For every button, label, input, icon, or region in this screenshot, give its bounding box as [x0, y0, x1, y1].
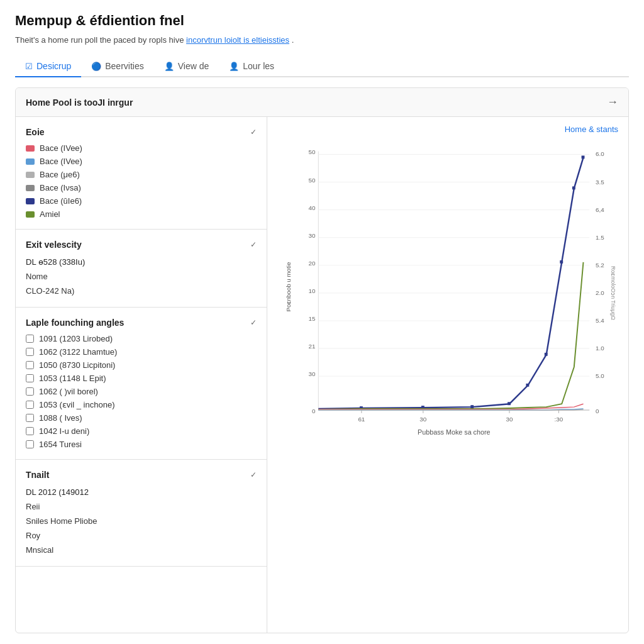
launch-angle-label-5: 1053 (ɛvil _ inchone) — [39, 400, 114, 409]
legend-color-2 — [26, 172, 35, 178]
page-subtitle: Theit's a home run poll the paced by rop… — [15, 35, 629, 45]
launch-angle-label-8: 1654 Turesi — [39, 440, 82, 449]
launch-angle-4[interactable]: 1062 ( )vil borel) — [26, 387, 257, 396]
tnailt-option-3: Roy — [26, 530, 257, 541]
exit-velocity-header[interactable]: Exit velescity ✓ — [26, 240, 257, 250]
panel-header-arrow[interactable]: → — [607, 96, 618, 109]
launch-angle-checkbox-2[interactable] — [26, 361, 34, 369]
checkbox-icon: ☑ — [25, 62, 33, 71]
legend-item-3: Bace (Iνsa) — [26, 183, 257, 192]
svg-text:20: 20 — [308, 260, 315, 267]
launch-angle-0[interactable]: 1091 (1203 Lirobed) — [26, 334, 257, 343]
svg-text:30: 30 — [308, 370, 315, 377]
launch-angle-checkbox-8[interactable] — [26, 440, 34, 448]
launch-angle-label-7: 1042 I-u deni) — [39, 426, 89, 436]
svg-text:0: 0 — [312, 408, 316, 414]
launch-angle-checkbox-5[interactable] — [26, 401, 34, 409]
subtitle-end: . — [292, 35, 294, 45]
svg-text:0: 0 — [596, 408, 599, 414]
info-icon: 🔵 — [91, 62, 101, 71]
role-filter-chevron: ✓ — [250, 128, 257, 136]
tab-view-de[interactable]: 👤 View de — [154, 56, 219, 77]
launch-angle-label-0: 1091 (1203 Lirobed) — [39, 334, 113, 343]
tab-lour-les[interactable]: 👤 Lour les — [219, 56, 284, 77]
user-icon-2: 👤 — [229, 62, 239, 71]
launch-angle-5[interactable]: 1053 (ɛvil _ inchone) — [26, 400, 257, 409]
legend-label-4: Bace (ūIe6) — [40, 196, 82, 206]
launch-angle-3[interactable]: 1053 (1148 L Epit) — [26, 374, 257, 383]
tab-beervities[interactable]: 🔵 Beervities — [81, 56, 153, 77]
tnailt-chevron: ✓ — [250, 470, 257, 479]
launch-angle-checkbox-6[interactable] — [26, 414, 34, 422]
panel-header: Home Pool is tooJI inrgur → — [16, 88, 628, 117]
launch-angle-label-6: 1088 ( Ives) — [39, 413, 82, 423]
page-container: Mempup & éfdiention fnel Theit's a home … — [0, 0, 644, 644]
launch-angle-checkbox-1[interactable] — [26, 348, 34, 356]
svg-text:50: 50 — [308, 148, 315, 155]
svg-text:RoɛmoloOɔn TriuμgΩ: RoɛmoloOɔn TriuμgΩ — [610, 266, 616, 320]
launch-angle-checkbox-0[interactable] — [26, 335, 34, 343]
svg-text:21: 21 — [308, 343, 315, 350]
tnailt-section: Tnailt ✓ DL 2012 (149012 Reii Sniles Hom… — [16, 460, 267, 567]
role-filter-title: Eoie — [26, 127, 45, 137]
svg-text:Poɛnboob u motie: Poɛnboob u motie — [285, 262, 292, 312]
legend-item-4: Bace (ūIe6) — [26, 196, 257, 206]
subtitle-link[interactable]: incorvtrun loiolt is eltieissties — [186, 35, 289, 45]
launch-angles-title: Laple founching angles — [26, 318, 124, 328]
svg-text:40: 40 — [308, 204, 315, 211]
svg-text:6.0: 6.0 — [596, 150, 604, 157]
launch-angle-label-3: 1053 (1148 L Epit) — [39, 374, 106, 383]
launch-angle-2[interactable]: 1050 (8730 Licpitoni) — [26, 360, 257, 370]
exit-options: DL ɵ528 (338Iu) Nome CLO-242 Na) — [26, 256, 257, 297]
tab-beervities-label: Beervities — [105, 61, 143, 71]
legend-label-0: Bace (IVee) — [40, 143, 82, 153]
launch-angle-checkbox-7[interactable] — [26, 427, 34, 435]
tnailt-options: DL 2012 (149012 Reii Sniles Home Pliobe … — [26, 486, 257, 556]
chart-svg: 50 50 40 30 20 10 15 21 30 0 — [277, 139, 618, 441]
panel-header-title: Home Pool is tooJI inrgur — [26, 97, 133, 108]
tnailt-header[interactable]: Tnailt ✓ — [26, 470, 257, 480]
exit-velocity-section: Exit velescity ✓ DL ɵ528 (338Iu) Nome CL… — [16, 230, 267, 308]
svg-rect-48 — [560, 260, 563, 264]
legend-color-4 — [26, 198, 35, 204]
role-filter-section: Eoie ✓ Bace (IVee) Bace (IVee) — [16, 117, 267, 230]
legend-color-0 — [26, 145, 35, 152]
svg-text:1.0: 1.0 — [596, 345, 604, 352]
launch-angles-chevron: ✓ — [250, 318, 257, 327]
exit-option-1: Nome — [26, 270, 257, 282]
page-title: Mempup & éfdiention fnel — [15, 13, 629, 29]
launch-angle-6[interactable]: 1088 ( Ives) — [26, 413, 257, 423]
tab-desicrup[interactable]: ☑ Desicrup — [15, 56, 81, 77]
legend-label-2: Bace (μe6) — [40, 170, 80, 179]
legend-color-1 — [26, 158, 35, 165]
chart-wrapper: 50 50 40 30 20 10 15 21 30 0 — [277, 139, 618, 441]
svg-rect-50 — [582, 155, 585, 158]
launch-angle-label-1: 1062 (3122 Lhamtue) — [39, 347, 117, 357]
role-filter-header[interactable]: Eoie ✓ — [26, 127, 257, 137]
legend-item-2: Bace (μe6) — [26, 170, 257, 179]
content-panel: Home Pool is tooJI inrgur → Eoie ✓ Bace … — [15, 87, 629, 633]
svg-text:5.4: 5.4 — [596, 317, 604, 324]
launch-angle-checkbox-3[interactable] — [26, 374, 34, 382]
legend-color-3 — [26, 185, 35, 191]
svg-text:30: 30 — [308, 232, 315, 239]
svg-rect-45 — [508, 402, 511, 405]
svg-text:6,4: 6,4 — [596, 206, 604, 213]
tab-desicrup-label: Desicrup — [36, 61, 71, 71]
legend-item-0: Bace (IVee) — [26, 143, 257, 153]
exit-velocity-title: Exit velescity — [26, 240, 82, 250]
launch-angle-1[interactable]: 1062 (3122 Lhamtue) — [26, 347, 257, 357]
launch-angle-7[interactable]: 1042 I-u deni) — [26, 426, 257, 436]
svg-text:Pubbass Moke sa chore: Pubbass Moke sa chore — [418, 428, 491, 436]
user-icon-1: 👤 — [164, 62, 174, 71]
svg-text:5.2: 5.2 — [596, 262, 604, 269]
svg-rect-49 — [572, 186, 575, 189]
tnailt-option-0: DL 2012 (149012 — [26, 486, 257, 498]
tab-lour-les-label: Lour les — [243, 61, 274, 71]
launch-angle-label-2: 1050 (8730 Licpitoni) — [39, 360, 115, 370]
launch-angles-header[interactable]: Laple founching angles ✓ — [26, 318, 257, 328]
svg-text:2.0: 2.0 — [596, 289, 604, 296]
launch-angle-checkbox-4[interactable] — [26, 387, 34, 396]
right-panel: Home & stants 50 50 40 30 20 10 15 — [267, 117, 628, 633]
launch-angle-8[interactable]: 1654 Turesi — [26, 440, 257, 449]
